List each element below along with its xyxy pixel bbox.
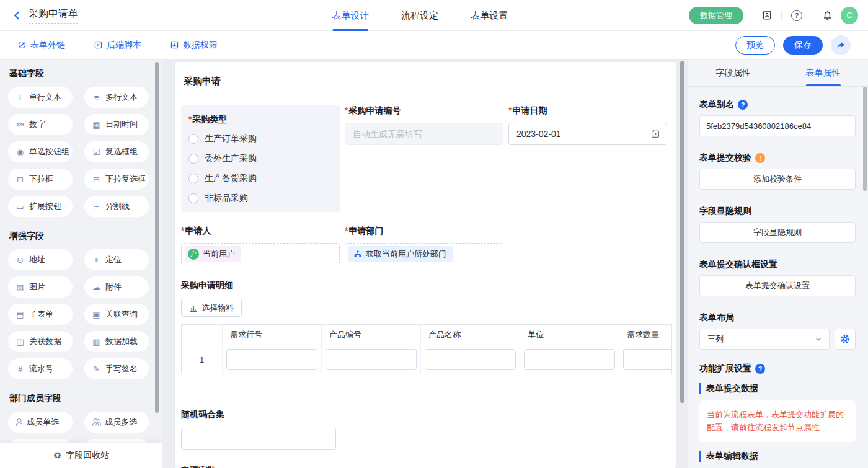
radio-icon[interactable]	[188, 174, 198, 183]
field-random-code[interactable]: 随机码合集	[181, 409, 670, 450]
field-item-single-text[interactable]: T单行文本	[8, 87, 73, 108]
notification-bell-icon[interactable]	[820, 8, 835, 23]
field-item-divider[interactable]: ┄分割线	[84, 196, 149, 217]
backend-script-link[interactable]: 后端脚本	[94, 40, 141, 51]
field-item-geolocation[interactable]: ⌖定位	[84, 249, 149, 270]
help-badge-icon[interactable]	[755, 364, 765, 374]
field-item-member-multi[interactable]: 成员多选	[84, 412, 149, 433]
radio-icon[interactable]	[188, 154, 198, 164]
radio-option[interactable]: 生产备货采购	[188, 172, 332, 185]
enhanced-fields-grid: ⊙地址 ⌖定位 ▨图片 ☁附件 ▤子表单 ▣关联查询 ◫关联数据 ▥数据加载 #…	[8, 249, 154, 379]
tab-flow-settings[interactable]: 流程设定	[401, 0, 438, 31]
header-tabs: 表单设计 流程设定 表单设置	[332, 0, 508, 31]
sidebar-scrollbar[interactable]	[155, 62, 159, 413]
field-purchase-detail[interactable]: 采购申请明细 选择物料 需求行号 产品编号 产品名称 单位 需求数量	[181, 280, 670, 374]
field-item-serial-number[interactable]: #流水号	[8, 358, 73, 379]
applicant-value-box[interactable]: 户 当前用户	[181, 243, 340, 265]
radio-icon[interactable]	[188, 134, 198, 144]
radio-option[interactable]: 非标品采购	[188, 192, 332, 205]
canvas-scrollbar[interactable]	[680, 61, 684, 403]
help-badge-icon[interactable]	[738, 100, 748, 110]
radio-icon[interactable]	[188, 193, 198, 203]
dept-value-box[interactable]: 获取当前用户所处部门	[345, 243, 503, 265]
field-item-address[interactable]: ⊙地址	[8, 249, 73, 270]
field-approval-section[interactable]: 申请审批	[181, 465, 670, 468]
column-header: 需求数量	[619, 325, 672, 345]
field-item-subform[interactable]: ▤子表单	[8, 304, 73, 325]
field-item-signature[interactable]: ✎手写签名	[84, 358, 149, 379]
field-label: 采购申请编号	[345, 105, 503, 117]
field-item-checkbox-group[interactable]: ☑复选框组	[84, 141, 149, 162]
column-header: 需求行号	[223, 325, 322, 345]
column-header: 产品名称	[421, 325, 520, 345]
field-item-multi-text[interactable]: ≡多行文本	[84, 87, 149, 108]
field-item-number[interactable]: 123数字	[8, 114, 73, 135]
random-code-input[interactable]	[181, 428, 336, 450]
field-recycle-bin[interactable]: ♻ 字段回收站	[0, 443, 162, 468]
calendar-icon: ▦	[91, 121, 102, 129]
cell-input-unit[interactable]	[524, 349, 615, 370]
field-applicant[interactable]: 申请人 户 当前用户	[181, 226, 340, 265]
page-title[interactable]: 采购申请单	[29, 7, 78, 24]
field-item-linked-query[interactable]: ▣关联查询	[84, 304, 149, 325]
contact-book-icon[interactable]	[759, 8, 774, 23]
date-input[interactable]: 2023-02-01	[508, 123, 667, 145]
chevron-down-icon	[814, 335, 823, 343]
field-library-sidebar: 基础字段 T单行文本 ≡多行文本 123数字 ▦日期时间 ◉单选按钮组 ☑复选框…	[0, 60, 162, 468]
subform-icon: ▤	[15, 311, 25, 319]
help-icon[interactable]	[789, 8, 804, 23]
field-item-dropdown[interactable]: ⊡下拉框	[8, 169, 73, 190]
share-button[interactable]	[831, 35, 851, 55]
section-title-basic-fields: 基础字段	[9, 68, 154, 79]
add-validation-button[interactable]: 添加校验条件	[699, 169, 856, 190]
row-number-cell: 1	[182, 345, 223, 374]
field-item-attachment[interactable]: ☁附件	[84, 276, 149, 298]
field-item-radio-group[interactable]: ◉单选按钮组	[8, 141, 73, 162]
tab-form-design[interactable]: 表单设计	[332, 0, 369, 31]
field-apply-date[interactable]: 申请日期 2023-02-01	[508, 105, 667, 212]
field-item-linked-data[interactable]: ◫关联数据	[8, 331, 73, 352]
tab-form-properties[interactable]: 表单属性	[778, 60, 868, 86]
cell-input-quantity[interactable]	[623, 349, 672, 370]
current-user-chip[interactable]: 户 当前用户	[185, 246, 241, 262]
current-dept-chip[interactable]: 获取当前用户所处部门	[348, 246, 453, 262]
back-button[interactable]	[11, 9, 24, 22]
field-purchase-no[interactable]: 采购申请编号	[345, 105, 503, 212]
cell-input-product-name[interactable]	[425, 349, 516, 370]
field-item-data-load[interactable]: ▥数据加载	[84, 331, 149, 352]
warning-badge-icon	[755, 153, 765, 163]
layout-select[interactable]: 三列	[699, 329, 830, 350]
field-purchase-type[interactable]: 采购类型 生产订单采购 委外生产采购 生产备货采购 非标品采购	[181, 105, 340, 212]
user-avatar[interactable]: C	[841, 7, 858, 24]
pen-icon: ✎	[91, 365, 102, 373]
submit-confirm-button[interactable]: 表单提交确认设置	[699, 275, 856, 296]
tab-form-settings[interactable]: 表单设置	[471, 0, 508, 31]
field-apply-dept[interactable]: 申请部门 获取当前用户所处部门	[345, 226, 503, 265]
bar-chart-icon	[189, 304, 198, 312]
field-item-extend-button[interactable]: ▭扩展按钮	[8, 196, 73, 217]
dropdown-icon: ⊡	[15, 175, 25, 183]
form-alias-input[interactable]	[699, 115, 856, 136]
field-item-image[interactable]: ▨图片	[8, 276, 73, 298]
preview-button[interactable]: 预览	[735, 36, 775, 55]
cell-input-line-no[interactable]	[226, 349, 317, 370]
data-permission-link[interactable]: 数据权限	[170, 40, 218, 51]
gear-icon	[839, 333, 851, 345]
radio-option[interactable]: 生产订单采购	[188, 133, 332, 145]
detail-label: 采购申请明细	[181, 280, 670, 291]
radio-option[interactable]: 委外生产采购	[188, 152, 332, 165]
field-label: 采购类型	[188, 114, 332, 125]
field-item-multi-dropdown[interactable]: ⊟下拉复选框	[84, 169, 149, 190]
field-visibility-button[interactable]: 字段显隐规则	[699, 222, 856, 243]
properties-scrollbar[interactable]	[863, 87, 867, 191]
save-button[interactable]: 保存	[783, 36, 823, 55]
tab-field-properties[interactable]: 字段属性	[688, 60, 778, 86]
form-external-link[interactable]: 表单外链	[17, 40, 65, 51]
cell-input-product-code[interactable]	[326, 349, 417, 370]
script-icon	[94, 40, 103, 50]
select-material-button[interactable]: 选择物料	[181, 299, 242, 317]
field-item-member-single[interactable]: 成员单选	[8, 412, 73, 433]
field-item-datetime[interactable]: ▦日期时间	[84, 114, 149, 135]
layout-settings-button[interactable]	[835, 329, 856, 350]
data-manage-button[interactable]: 数据管理	[689, 7, 743, 24]
